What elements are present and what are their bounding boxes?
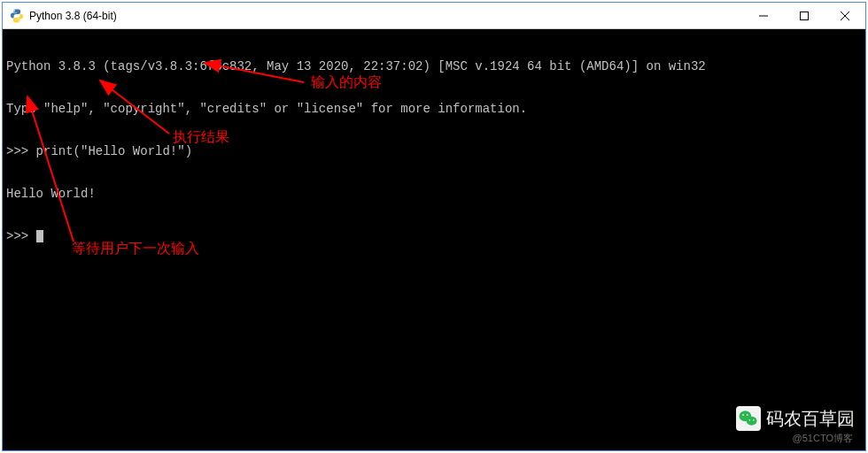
watermark-main: 码农百草园	[736, 406, 855, 431]
wechat-icon	[736, 406, 761, 431]
annotation-wait-input: 等待用户下一次输入	[72, 242, 199, 256]
minimize-button[interactable]	[743, 3, 784, 28]
svg-point-10	[747, 414, 748, 416]
terminal-line-output: Hello World!	[6, 187, 862, 201]
watermark-text: 码农百草园	[766, 411, 855, 426]
svg-line-6	[27, 96, 74, 242]
svg-rect-2	[801, 12, 809, 19]
svg-point-1	[19, 20, 19, 21]
annotation-input-content: 输入的内容	[311, 75, 382, 89]
window-controls	[743, 3, 865, 28]
watermark-sub: @51CTO博客	[793, 431, 853, 445]
window-title: Python 3.8 (64-bit)	[29, 10, 117, 22]
terminal-area[interactable]: Python 3.8.3 (tags/v3.8.3:6f8c832, May 1…	[3, 29, 865, 450]
svg-point-0	[14, 10, 15, 11]
svg-point-12	[753, 419, 755, 421]
app-window: Python 3.8 (64-bit) Python 3.8.3 (tags/v…	[2, 2, 866, 451]
annotation-result: 执行结果	[173, 130, 229, 144]
svg-point-8	[747, 417, 757, 426]
svg-point-9	[742, 414, 744, 416]
terminal-line-prompt: >>>	[6, 229, 862, 243]
cursor-icon	[36, 230, 43, 242]
maximize-button[interactable]	[784, 3, 825, 28]
close-button[interactable]	[825, 3, 865, 28]
python-icon	[10, 9, 24, 23]
svg-point-11	[749, 419, 751, 421]
terminal-line-help: Type "help", "copyright", "credits" or "…	[6, 102, 862, 116]
prompt-text: >>>	[6, 229, 36, 243]
terminal-line-input: >>> print("Hello World!")	[6, 144, 862, 158]
terminal-line-version: Python 3.8.3 (tags/v3.8.3:6f8c832, May 1…	[6, 59, 862, 73]
titlebar[interactable]: Python 3.8 (64-bit)	[3, 3, 865, 29]
